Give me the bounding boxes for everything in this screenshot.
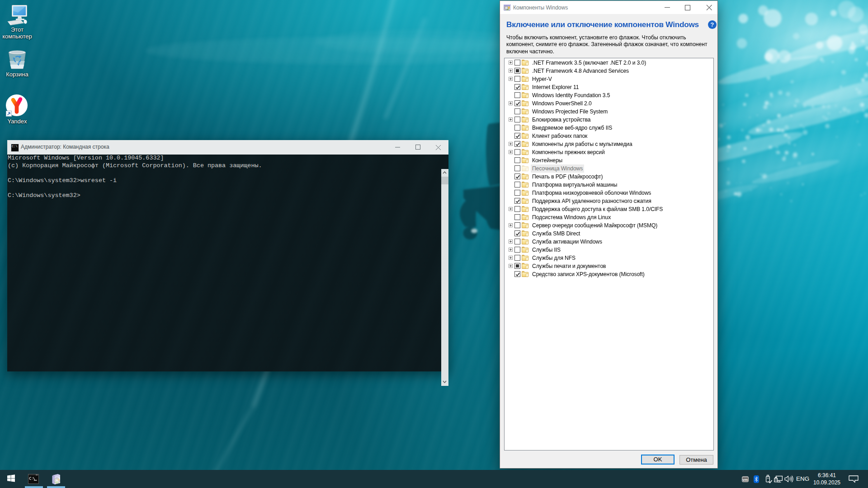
svg-text:vm: vm [743,478,748,482]
